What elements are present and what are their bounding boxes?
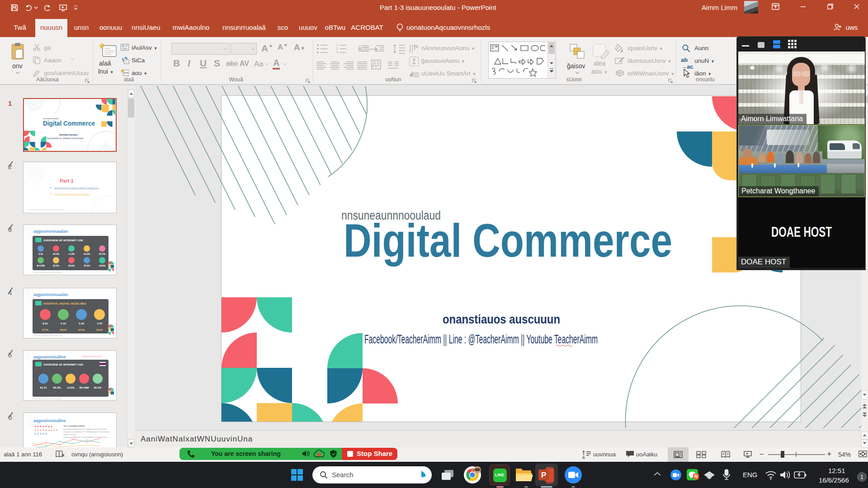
svg-text:+1.9%: +1.9%	[68, 253, 75, 255]
svg-text:3.16: 3.16	[38, 253, 43, 255]
svg-text:xxxxxxxxxxxultTBxxxxxx 1 xxxxx: xxxxxxxxxxxultTBxxxxxx 1 xxxxx 8 8xxBxx …	[63, 436, 108, 438]
svg-text:xxxxx xxxx xxxxxxxxx xxxxxx xx: xxxxx xxxx xxxxxxxxx xxxxxx xxxxxxxxxx x…	[28, 209, 64, 211]
svg-text:85.3%: 85.3%	[53, 386, 61, 389]
svg-text:61.21: 61.21	[40, 386, 47, 389]
svg-text:P: P	[541, 471, 546, 479]
svg-text:OVERVIEW OF INTERNET USE: OVERVIEW OF INTERNET USE	[43, 363, 83, 366]
svg-text:aonunnscuaooulatuUaaquu: aonunnscuaooulatuUaaquu	[54, 186, 99, 190]
svg-text:xxxxxxxxxxxxxxxxxxxxxxxx xx x: xxxxxxxxxxxxxxxxxxxxxxxx xx x xxxdauxxxx…	[63, 428, 107, 430]
svg-text:64.4%: 64.4%	[53, 253, 60, 255]
svg-text:A: A	[415, 44, 419, 49]
svg-text:67.2%: 67.2%	[99, 253, 106, 255]
svg-text:8.01: 8.01	[42, 322, 48, 325]
svg-text:1: 1	[336, 44, 338, 47]
svg-text:OVERVIEW OF INTERNET USE: OVERVIEW OF INTERNET USE	[43, 239, 83, 242]
svg-text:aqgouinosiuaalan: aqgouinosiuaalan	[33, 292, 68, 297]
svg-text:64.4%: 64.4%	[78, 328, 85, 331]
svg-text:65.6%: 65.6%	[68, 264, 75, 267]
svg-text:DOAE HOST: DOAE HOST	[771, 224, 832, 240]
svg-text:68.0%: 68.0%	[60, 328, 67, 331]
svg-text:67.2%: 67.2%	[42, 328, 49, 331]
svg-text:nnsUsceinalsaooulatu: nnsUsceinalsaooulatu	[54, 192, 90, 197]
svg-text:61.6%: 61.6%	[84, 253, 90, 255]
svg-text:95.3%: 95.3%	[94, 386, 102, 389]
svg-text:8H 06M: 8H 06M	[79, 386, 89, 389]
svg-text:6H 37M: 6H 37M	[37, 264, 45, 267]
svg-text:xxxxx xxxx xxxxxxxxx xxxxxx xx: xxxxx xxxx xxxxxxxxx xxxxxx xxxxxxxxxx	[33, 398, 62, 400]
svg-text:3: 3	[336, 51, 338, 54]
svg-text:ESSENTIAL DIGITAL HEADLINES: ESSENTIAL DIGITAL HEADLINES	[43, 302, 86, 305]
svg-text:2: 2	[336, 47, 338, 50]
svg-text:43.8%: 43.8%	[99, 264, 106, 267]
svg-text:Part 1: Part 1	[60, 178, 74, 183]
svg-text:onanstiauos auscuuun: onanstiauos auscuuun	[443, 312, 560, 326]
svg-text:78.3%: 78.3%	[84, 264, 90, 267]
svg-text:59.4%: 59.4%	[96, 328, 103, 331]
svg-text:Digital Commerce: Digital Commerce	[344, 215, 672, 267]
svg-text:xxxxx xxxx xxxxxxxxx xxxxxx xx: xxxxx xxxx xxxxxxxxx xxxxxx xxxxxxxxxx	[33, 272, 62, 273]
svg-text:+0.2%: +0.2%	[66, 386, 75, 389]
svg-text:92.3%: 92.3%	[53, 264, 60, 267]
svg-text:4.76: 4.76	[97, 322, 102, 325]
svg-text:onanstiauos auscuuun: onanstiauos auscuuun	[59, 133, 78, 136]
svg-text:xxxxx xxxx xxxxxxxxx xxxxxx xx: xxxxx xxxx xxxxxxxxx xxxxxx xxxxxxxxxx	[33, 335, 62, 337]
svg-text:xxxxxxx x xxxxxxx: xxxxxxx x xxxxxxx	[63, 434, 76, 436]
svg-text:w.A. lasnnnnnnsna 75.2: w.A. lasnnnnnnsna 75.2	[82, 355, 102, 357]
svg-text:5.16: 5.16	[79, 322, 84, 325]
svg-text:Digital Commerce: Digital Commerce	[43, 119, 95, 127]
svg-text:xxxxxxxxx xxx xxxxx9nxxxx 7n 1: xxxxxxxxx xxx xxxxx9nxxxx 7n 10 8 Bxxxxx…	[63, 431, 110, 433]
svg-text:Facebook/TeacherAimm || Line :: Facebook/TeacherAimm || Line : @TeacherA…	[47, 137, 84, 140]
svg-text:"lnu" uxnuadqunnuaulnu: "lnu" uxnuadqunnuaulnu	[63, 425, 85, 427]
svg-text:Facebook/TeacherAimm || Line :: Facebook/TeacherAimm || Line : @TeacherA…	[364, 332, 598, 346]
svg-text:aqgouinosiuălne: aqgouinosiuălne	[33, 355, 66, 359]
svg-text:aqgouinosiuaalan: aqgouinosiuaalan	[33, 229, 68, 234]
svg-text:5.44: 5.44	[61, 322, 66, 325]
svg-text:aqgouinosiuălne: aqgouinosiuălne	[33, 418, 66, 423]
